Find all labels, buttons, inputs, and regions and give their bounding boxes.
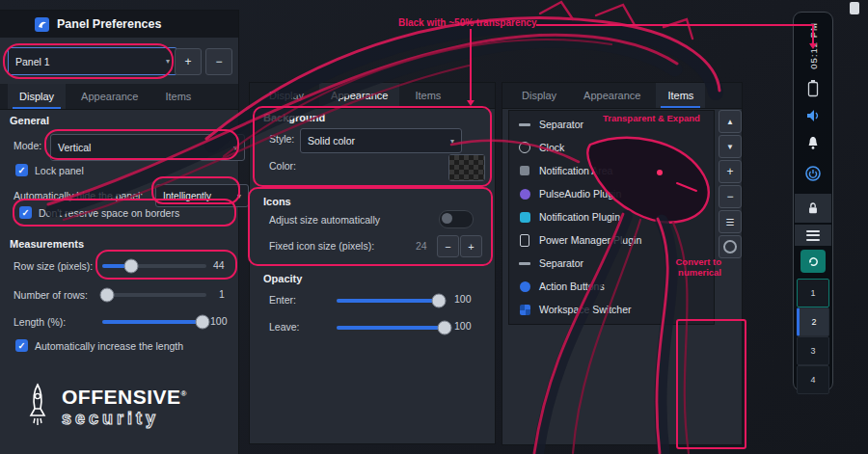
length-slider[interactable] [102, 320, 206, 324]
tab-display[interactable]: Display [8, 84, 66, 109]
slider-knob[interactable] [196, 315, 210, 330]
icons-heading: Icons [263, 196, 291, 207]
menu-button[interactable] [795, 225, 831, 246]
remove-item-button[interactable]: − [719, 185, 742, 208]
list-item[interactable]: Workspace Switcher [509, 298, 714, 321]
tab-items[interactable]: Items [656, 83, 705, 108]
num-rows-slider[interactable] [102, 293, 206, 297]
adjust-size-toggle[interactable] [439, 210, 474, 228]
list-item[interactable]: Action Buttons [509, 275, 714, 298]
logo-line2: security [62, 410, 187, 427]
volume-icon[interactable] [794, 109, 832, 122]
tab-items[interactable]: Items [153, 84, 203, 109]
fixed-size-label: Fixed icon size (pixels): [269, 240, 374, 252]
slider-knob[interactable] [432, 294, 447, 308]
workspace-4[interactable]: 4 [797, 365, 829, 394]
workspace-2[interactable]: 2 [797, 307, 829, 336]
list-item[interactable]: Power Manager Plugin [509, 228, 714, 252]
appearance-panel: Display Appearance Items Background Styl… [249, 82, 496, 444]
num-rows-label: Number of rows: [14, 289, 88, 301]
rocket-icon [23, 383, 52, 431]
slider-knob[interactable] [438, 321, 452, 335]
row-size-slider[interactable] [102, 264, 206, 268]
tab-display[interactable]: Display [258, 83, 315, 108]
notification-plugin-icon [519, 211, 530, 223]
chevron-down-icon [166, 57, 170, 66]
lock-icon [806, 201, 820, 215]
move-item-up-button[interactable]: ▲ [719, 110, 742, 133]
list-item[interactable]: Separator [509, 113, 714, 136]
separator-icon [519, 119, 530, 130]
move-item-down-button[interactable]: ▼ [719, 135, 742, 158]
tab-display[interactable]: Display [510, 83, 568, 108]
autohide-select-value: Intelligently [163, 191, 211, 201]
color-label: Color: [269, 160, 296, 172]
tab-appearance[interactable]: Appearance [69, 84, 149, 109]
about-item-button[interactable] [719, 235, 742, 258]
chevron-down-icon [450, 137, 454, 146]
mode-select[interactable]: Vertical [50, 134, 245, 161]
edit-item-button[interactable]: ☰ [719, 210, 742, 233]
add-item-button[interactable]: + [719, 160, 742, 183]
lock-screen-button[interactable] [795, 194, 831, 223]
chevron-down-icon [233, 144, 237, 152]
desktop-corner-mark [850, 2, 859, 14]
workspace-3[interactable]: 3 [797, 336, 829, 365]
list-item[interactable]: Notification Plugin [509, 205, 714, 228]
length-value: 100 [210, 315, 228, 327]
style-label: Style: [269, 133, 294, 145]
items-panel: Display Appearance Items Separator Clock… [502, 82, 743, 445]
battery-icon[interactable] [794, 80, 832, 97]
list-item[interactable]: Separator [509, 252, 714, 275]
action-buttons-icon [519, 280, 530, 292]
notification-bell-icon[interactable] [794, 136, 832, 150]
power-manager-icon[interactable] [794, 165, 832, 182]
workspace-1[interactable]: 1 [797, 279, 829, 307]
dont-reserve-label: Don't reserve space on borders [39, 207, 179, 219]
refresh-button[interactable] [800, 250, 826, 273]
general-heading: General [10, 115, 49, 126]
fixed-size-value: 24 [416, 240, 427, 252]
num-rows-value: 1 [219, 288, 225, 300]
kali-app-icon [35, 17, 49, 32]
row-size-value: 44 [213, 259, 225, 271]
middle-tabbar: Display Appearance Items [250, 83, 495, 109]
length-label: Length (%): [14, 316, 66, 328]
mode-label: Mode: [14, 140, 41, 151]
tab-appearance[interactable]: Appearance [572, 83, 652, 108]
annotation-top-note: Black with ~50% transparency [398, 17, 537, 28]
lock-panel-checkbox[interactable] [15, 164, 28, 176]
auto-increase-label: Automatically increase the length [35, 340, 183, 352]
tab-appearance[interactable]: Appearance [319, 83, 399, 108]
window-title: Panel Preferences [57, 17, 161, 31]
fixed-size-increment-button[interactable]: + [460, 235, 482, 257]
list-item[interactable]: Clock [509, 136, 714, 159]
slider-knob[interactable] [124, 259, 139, 274]
tab-items[interactable]: Items [403, 83, 452, 108]
panel-clock[interactable]: 05:12 PM [794, 22, 832, 69]
autohide-select[interactable]: Intelligently [155, 184, 249, 207]
style-select[interactable]: Solid color [300, 128, 462, 153]
list-item[interactable]: PulseAudio Plugin [509, 182, 714, 205]
clock-icon [519, 142, 530, 153]
autohide-label: Automatically hide the panel: [14, 190, 143, 201]
separator-icon [519, 257, 530, 269]
refresh-icon [807, 255, 820, 268]
list-item[interactable]: Notification Area [509, 159, 714, 182]
add-panel-button[interactable]: + [175, 48, 202, 75]
mode-select-value: Vertical [58, 142, 91, 153]
logo-line1: OFFENSIVE [62, 386, 181, 408]
hamburger-icon [806, 230, 820, 241]
right-tabbar: Display Appearance Items [502, 83, 742, 109]
fixed-size-decrement-button[interactable]: − [437, 235, 459, 257]
leave-opacity-slider[interactable] [337, 326, 445, 330]
dont-reserve-checkbox[interactable] [19, 206, 32, 219]
background-heading: Background [263, 112, 325, 123]
auto-increase-checkbox[interactable] [15, 339, 28, 352]
remove-panel-button[interactable]: − [205, 48, 232, 75]
slider-knob[interactable] [100, 288, 115, 303]
enter-opacity-slider[interactable] [337, 299, 445, 303]
offensive-security-logo: OFFENSIVE® security [23, 383, 187, 431]
color-swatch-button[interactable] [448, 154, 485, 181]
panel-select[interactable]: Panel 1 [8, 47, 177, 75]
